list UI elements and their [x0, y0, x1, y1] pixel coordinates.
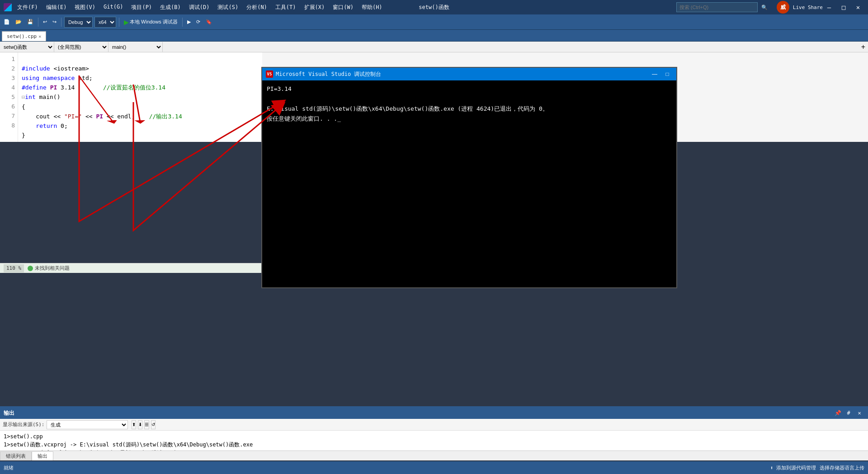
- close-button[interactable]: ✕: [852, 3, 864, 12]
- output-source-label: 显示输出来源(S):: [3, 421, 45, 428]
- arch-select[interactable]: x64: [94, 17, 116, 28]
- output-line-1: 1>setw().cpp: [4, 432, 864, 441]
- toolbar-open-btn[interactable]: 📂: [14, 16, 24, 28]
- output-toolbar: 显示输出来源(S): 生成 ⬆ ⬇ ☰ ↺: [0, 419, 868, 431]
- menu-analyze[interactable]: 分析(N): [243, 2, 271, 13]
- output-panel-title: 输出: [4, 409, 14, 417]
- close-panel-btn[interactable]: ✕: [854, 409, 864, 417]
- menu-git[interactable]: Git(G): [100, 2, 127, 13]
- breadcrumb-function-select[interactable]: main(): [108, 42, 163, 52]
- debug-output-line4: 按任意键关闭此窗口. . ._: [267, 114, 672, 124]
- add-breadcrumb-btn[interactable]: +: [859, 43, 868, 51]
- code-editor[interactable]: 1 2 3 4 5 6 7 8 #include <iostream> usin…: [0, 52, 262, 142]
- menu-window[interactable]: 窗口(W): [329, 2, 357, 13]
- tab-bar: setw().cpp ✕: [0, 30, 868, 42]
- toolbar-play-btn[interactable]: ▶: [185, 16, 193, 28]
- title-bar: 文件(F) 编辑(E) 视图(V) Git(G) 项目(P) 生成(B) 调试(…: [0, 0, 868, 14]
- tab-error-list[interactable]: 错误列表: [0, 451, 32, 460]
- menu-help[interactable]: 帮助(H): [358, 2, 386, 13]
- breadcrumb-scope-select[interactable]: setw()函数: [0, 42, 54, 52]
- code-content[interactable]: #include <iostream> using namespace std;…: [18, 52, 262, 142]
- menu-edit[interactable]: 编辑(E): [42, 2, 71, 13]
- tab-output[interactable]: 输出: [32, 451, 53, 460]
- toolbar-undo-btn[interactable]: ↩: [41, 16, 49, 28]
- source-control-btn[interactable]: ⬆ 添加到源代码管理: [770, 465, 816, 471]
- menu-project[interactable]: 项目(P): [127, 2, 156, 13]
- window-controls: — □ ✕: [823, 3, 864, 12]
- title-bar-right: 🔍: [676, 2, 768, 12]
- output-wrap-btn[interactable]: ⬇: [138, 420, 142, 429]
- debug-output-line1: PI=3.14: [267, 84, 672, 94]
- toolbar-new-btn[interactable]: 📄: [2, 16, 12, 28]
- menu-bar: 文件(F) 编辑(E) 视图(V) Git(G) 项目(P) 生成(B) 调试(…: [14, 2, 676, 13]
- debug-console-title: Microsoft Visual Studio 调试控制台: [276, 70, 646, 78]
- output-panel-controls: 📌 # ✕: [833, 409, 864, 417]
- status-bar: 110 % 未找到相关问题: [0, 263, 262, 273]
- output-panel-header: 输出 📌 # ✕: [0, 407, 868, 419]
- output-line-2: 1>setw()函数.vcxproj -> E:\visual std(源码)\…: [4, 441, 864, 449]
- status-ok: 未找到相关问题: [28, 265, 70, 272]
- zoom-control[interactable]: 110 %: [4, 264, 24, 272]
- output-content: 1>setw().cpp 1>setw()函数.vcxproj -> E:\vi…: [0, 431, 868, 451]
- output-refresh-btn[interactable]: ↺: [151, 420, 156, 429]
- maximize-button[interactable]: □: [837, 3, 850, 12]
- output-clear-btn[interactable]: ⬆: [132, 420, 136, 429]
- debug-console: VS Microsoft Visual Studio 调试控制台 — □ PI=…: [261, 67, 677, 288]
- live-share-btn[interactable]: Live Share: [793, 5, 823, 10]
- toolbar-bookmark-btn[interactable]: 🔖: [204, 16, 214, 28]
- output-panel: 输出 📌 # ✕ 显示输出来源(S): 生成 ⬆ ⬇ ☰ ↺ 1>setw().…: [0, 406, 868, 460]
- output-filter-btn[interactable]: ☰: [144, 420, 149, 429]
- line-numbers: 1 2 3 4 5 6 7 8: [0, 52, 18, 142]
- debug-output-line2: [267, 94, 672, 104]
- user-avatar: 威: [777, 1, 789, 14]
- menu-test[interactable]: 测试(S): [214, 2, 242, 13]
- breadcrumb-namespace-select[interactable]: (全局范围): [54, 42, 108, 52]
- menu-tools[interactable]: 工具(T): [272, 2, 300, 13]
- status-text: 未找到相关问题: [35, 265, 70, 272]
- search-icon: 🔍: [761, 5, 768, 10]
- run-button[interactable]: ▶ 本地 Windows 调试器: [122, 16, 179, 28]
- debug-console-content: PI=3.14 E:\visual std(源码)\setw()函数\x64\D…: [262, 80, 676, 287]
- toolbar-divider-2: [61, 18, 61, 27]
- menu-build[interactable]: 生成(B): [156, 2, 184, 13]
- ok-indicator: [28, 266, 33, 271]
- file-tab-label: setw().cpp: [7, 33, 37, 39]
- debug-title-bar: VS Microsoft Visual Studio 调试控制台 — □: [262, 68, 676, 80]
- editor-area: 1 2 3 4 5 6 7 8 #include <iostream> usin…: [0, 52, 262, 142]
- toolbar-divider-3: [119, 18, 119, 27]
- minimize-button[interactable]: —: [823, 3, 835, 12]
- output-tab-bar: 错误列表 输出: [0, 451, 868, 460]
- output-source-select[interactable]: 生成: [47, 420, 128, 429]
- float-panel-btn[interactable]: #: [844, 409, 854, 417]
- menu-file[interactable]: 文件(F): [14, 2, 42, 13]
- toolbar-redo-btn[interactable]: ↪: [51, 16, 58, 28]
- debug-minimize-btn[interactable]: —: [649, 70, 660, 78]
- code-header: setw()函数 (全局范围) main() +: [0, 42, 868, 52]
- search-input[interactable]: [676, 2, 758, 12]
- debug-maximize-btn[interactable]: □: [662, 70, 673, 78]
- toolbar: 📄 📂 💾 ↩ ↪ Debug x64 ▶ 本地 Windows 调试器 ▶ ⟳…: [0, 14, 868, 30]
- file-tab-close-icon[interactable]: ✕: [38, 34, 41, 39]
- debug-output-line3: E:\visual std(源码)\setw()函数\x64\Debug\set…: [267, 104, 672, 114]
- bottom-status-bar: 就绪 ⬆ 添加到源代码管理 选择存储器语言上传: [0, 461, 868, 474]
- debug-config-select[interactable]: Debug: [64, 17, 93, 28]
- pin-panel-btn[interactable]: 📌: [833, 409, 843, 417]
- bottom-status-right: ⬆ 添加到源代码管理 选择存储器语言上传: [770, 465, 864, 471]
- file-tab[interactable]: setw().cpp ✕: [2, 31, 46, 41]
- menu-extend[interactable]: 扩展(X): [301, 2, 329, 13]
- language-select-btn[interactable]: 选择存储器语言上传: [820, 465, 864, 471]
- toolbar-divider-4: [182, 18, 183, 27]
- menu-view[interactable]: 视图(V): [71, 2, 99, 13]
- ready-status: 就绪: [4, 465, 14, 471]
- toolbar-divider-1: [38, 18, 38, 27]
- toolbar-save-btn[interactable]: 💾: [25, 16, 35, 28]
- vs-logo-icon: [4, 3, 12, 11]
- menu-debug[interactable]: 调试(D): [185, 2, 213, 13]
- debug-win-controls: — □: [649, 70, 673, 78]
- debug-title-icon: VS: [266, 70, 273, 78]
- window-title: setw()函数: [419, 4, 449, 11]
- toolbar-step-btn[interactable]: ⟳: [194, 16, 202, 28]
